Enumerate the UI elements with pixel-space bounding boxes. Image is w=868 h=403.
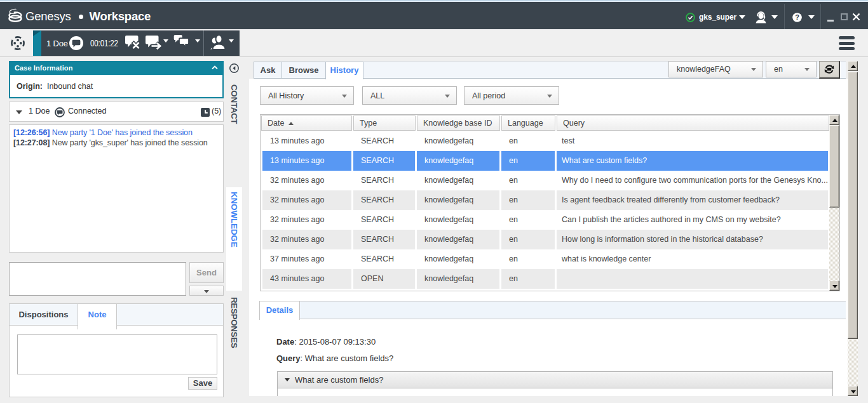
svg-text:?: ? bbox=[795, 13, 799, 21]
